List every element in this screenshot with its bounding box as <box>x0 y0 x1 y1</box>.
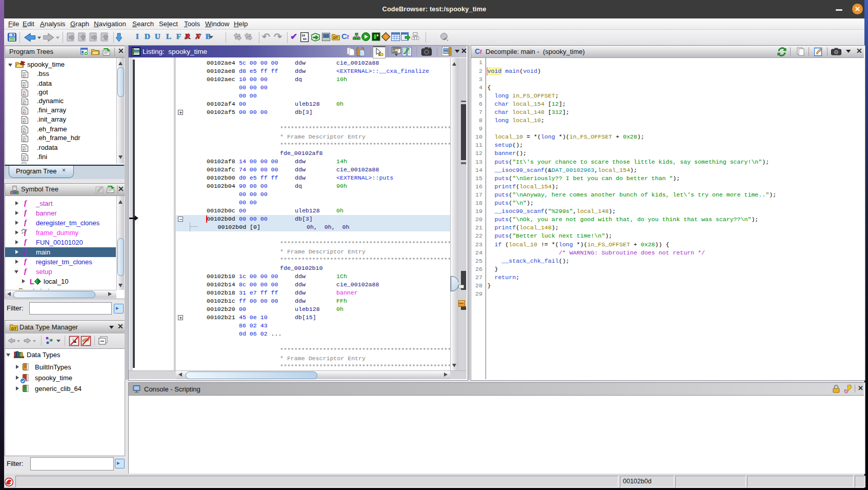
svg-text:DT: DT <box>11 326 16 331</box>
svg-text:01: 01 <box>303 37 307 41</box>
svg-text:10: 10 <box>301 34 306 37</box>
svg-text:DT: DT <box>333 36 338 40</box>
